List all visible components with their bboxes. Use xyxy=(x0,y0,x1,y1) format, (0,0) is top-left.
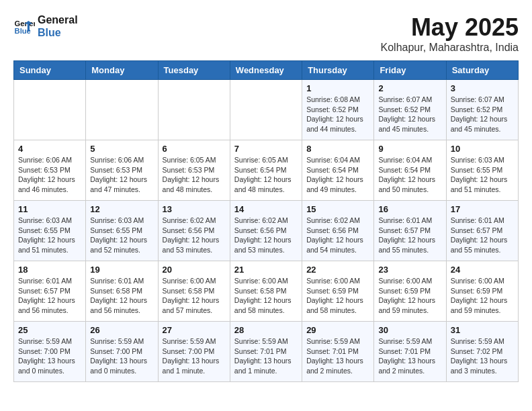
day-cell: 10Sunrise: 6:03 AM Sunset: 6:55 PM Dayli… xyxy=(446,140,518,201)
header-cell-saturday: Saturday xyxy=(446,61,518,80)
day-number: 5 xyxy=(90,144,153,154)
calendar-subtitle: Kolhapur, Maharashtra, India xyxy=(381,42,519,54)
header-cell-wednesday: Wednesday xyxy=(230,61,302,80)
day-cell: 3Sunrise: 6:07 AM Sunset: 6:52 PM Daylig… xyxy=(446,80,518,140)
day-number: 13 xyxy=(163,204,226,214)
day-number: 23 xyxy=(378,265,441,275)
day-cell: 15Sunrise: 6:02 AM Sunset: 6:56 PM Dayli… xyxy=(302,201,374,261)
day-number: 16 xyxy=(378,204,441,214)
header-cell-thursday: Thursday xyxy=(302,61,374,80)
day-number: 17 xyxy=(451,204,514,214)
day-cell: 30Sunrise: 5:59 AM Sunset: 7:01 PM Dayli… xyxy=(374,322,446,382)
day-cell: 11Sunrise: 6:03 AM Sunset: 6:55 PM Dayli… xyxy=(14,201,86,261)
day-cell: 26Sunrise: 5:59 AM Sunset: 7:00 PM Dayli… xyxy=(86,322,158,382)
day-info: Sunrise: 6:04 AM Sunset: 6:54 PM Dayligh… xyxy=(378,155,441,195)
header-cell-tuesday: Tuesday xyxy=(158,61,230,80)
day-number: 21 xyxy=(234,265,298,275)
day-info: Sunrise: 6:02 AM Sunset: 6:56 PM Dayligh… xyxy=(234,216,298,255)
day-number: 19 xyxy=(90,265,153,275)
day-number: 11 xyxy=(18,204,81,214)
day-cell: 31Sunrise: 5:59 AM Sunset: 7:02 PM Dayli… xyxy=(446,322,518,382)
day-info: Sunrise: 6:00 AM Sunset: 6:58 PM Dayligh… xyxy=(234,276,298,316)
day-info: Sunrise: 5:59 AM Sunset: 7:01 PM Dayligh… xyxy=(378,336,441,376)
logo-icon: General Blue xyxy=(13,15,35,37)
day-number: 20 xyxy=(163,265,226,275)
day-cell xyxy=(86,80,158,140)
day-info: Sunrise: 5:59 AM Sunset: 7:01 PM Dayligh… xyxy=(234,336,298,376)
day-info: Sunrise: 6:00 AM Sunset: 6:59 PM Dayligh… xyxy=(378,276,441,316)
day-number: 24 xyxy=(451,265,514,275)
day-cell: 24Sunrise: 6:00 AM Sunset: 6:59 PM Dayli… xyxy=(446,261,518,322)
day-info: Sunrise: 6:00 AM Sunset: 6:59 PM Dayligh… xyxy=(306,276,369,316)
day-number: 18 xyxy=(18,265,81,275)
calendar-table: SundayMondayTuesdayWednesdayThursdayFrid… xyxy=(13,60,519,382)
day-number: 6 xyxy=(163,144,226,154)
week-row-1: 1Sunrise: 6:08 AM Sunset: 6:52 PM Daylig… xyxy=(14,80,519,140)
day-number: 7 xyxy=(234,144,298,154)
logo-line1: General xyxy=(38,13,78,26)
header-cell-sunday: Sunday xyxy=(14,61,86,80)
day-info: Sunrise: 6:01 AM Sunset: 6:58 PM Dayligh… xyxy=(90,276,153,316)
day-info: Sunrise: 5:59 AM Sunset: 7:00 PM Dayligh… xyxy=(90,336,153,376)
day-info: Sunrise: 6:01 AM Sunset: 6:57 PM Dayligh… xyxy=(451,216,514,255)
day-number: 1 xyxy=(306,83,369,93)
day-cell: 2Sunrise: 6:07 AM Sunset: 6:52 PM Daylig… xyxy=(374,80,446,140)
day-cell xyxy=(14,80,86,140)
day-cell: 17Sunrise: 6:01 AM Sunset: 6:57 PM Dayli… xyxy=(446,201,518,261)
day-number: 22 xyxy=(306,265,369,275)
day-number: 31 xyxy=(451,325,514,335)
day-cell: 6Sunrise: 6:05 AM Sunset: 6:53 PM Daylig… xyxy=(158,140,230,201)
day-number: 8 xyxy=(306,144,369,154)
day-cell: 21Sunrise: 6:00 AM Sunset: 6:58 PM Dayli… xyxy=(230,261,302,322)
calendar-title: May 2025 xyxy=(381,13,519,42)
day-number: 14 xyxy=(234,204,298,214)
day-info: Sunrise: 6:03 AM Sunset: 6:55 PM Dayligh… xyxy=(18,216,81,255)
day-cell: 9Sunrise: 6:04 AM Sunset: 6:54 PM Daylig… xyxy=(374,140,446,201)
day-number: 15 xyxy=(306,204,369,214)
day-info: Sunrise: 6:02 AM Sunset: 6:56 PM Dayligh… xyxy=(306,216,369,255)
day-info: Sunrise: 6:02 AM Sunset: 6:56 PM Dayligh… xyxy=(163,216,226,255)
day-info: Sunrise: 6:08 AM Sunset: 6:52 PM Dayligh… xyxy=(306,95,369,134)
day-number: 3 xyxy=(451,83,514,93)
day-cell: 25Sunrise: 5:59 AM Sunset: 7:00 PM Dayli… xyxy=(14,322,86,382)
day-number: 25 xyxy=(18,325,81,335)
day-info: Sunrise: 6:04 AM Sunset: 6:54 PM Dayligh… xyxy=(306,155,369,195)
day-cell: 7Sunrise: 6:05 AM Sunset: 6:54 PM Daylig… xyxy=(230,140,302,201)
day-cell xyxy=(230,80,302,140)
day-info: Sunrise: 6:00 AM Sunset: 6:58 PM Dayligh… xyxy=(163,276,226,316)
day-cell: 18Sunrise: 6:01 AM Sunset: 6:57 PM Dayli… xyxy=(14,261,86,322)
day-cell: 1Sunrise: 6:08 AM Sunset: 6:52 PM Daylig… xyxy=(302,80,374,140)
week-row-4: 18Sunrise: 6:01 AM Sunset: 6:57 PM Dayli… xyxy=(14,261,519,322)
header: General Blue General Blue May 2025 Kolha… xyxy=(13,13,519,54)
title-area: May 2025 Kolhapur, Maharashtra, India xyxy=(381,13,519,54)
day-number: 30 xyxy=(378,325,441,335)
day-cell xyxy=(158,80,230,140)
day-number: 26 xyxy=(90,325,153,335)
day-cell: 8Sunrise: 6:04 AM Sunset: 6:54 PM Daylig… xyxy=(302,140,374,201)
header-row: SundayMondayTuesdayWednesdayThursdayFrid… xyxy=(14,61,519,80)
calendar-body: 1Sunrise: 6:08 AM Sunset: 6:52 PM Daylig… xyxy=(14,80,519,382)
day-number: 12 xyxy=(90,204,153,214)
day-number: 27 xyxy=(163,325,226,335)
day-number: 29 xyxy=(306,325,369,335)
header-cell-monday: Monday xyxy=(86,61,158,80)
logo-line2: Blue xyxy=(38,26,78,39)
day-info: Sunrise: 6:07 AM Sunset: 6:52 PM Dayligh… xyxy=(451,95,514,134)
day-info: Sunrise: 6:03 AM Sunset: 6:55 PM Dayligh… xyxy=(90,216,153,255)
day-info: Sunrise: 6:03 AM Sunset: 6:55 PM Dayligh… xyxy=(451,155,514,195)
day-info: Sunrise: 6:01 AM Sunset: 6:57 PM Dayligh… xyxy=(378,216,441,255)
calendar-header: SundayMondayTuesdayWednesdayThursdayFrid… xyxy=(14,61,519,80)
day-info: Sunrise: 5:59 AM Sunset: 7:00 PM Dayligh… xyxy=(163,336,226,376)
day-cell: 23Sunrise: 6:00 AM Sunset: 6:59 PM Dayli… xyxy=(374,261,446,322)
day-info: Sunrise: 6:05 AM Sunset: 6:53 PM Dayligh… xyxy=(163,155,226,195)
day-cell: 29Sunrise: 5:59 AM Sunset: 7:01 PM Dayli… xyxy=(302,322,374,382)
day-info: Sunrise: 6:07 AM Sunset: 6:52 PM Dayligh… xyxy=(378,95,441,134)
week-row-5: 25Sunrise: 5:59 AM Sunset: 7:00 PM Dayli… xyxy=(14,322,519,382)
day-number: 2 xyxy=(378,83,441,93)
day-number: 4 xyxy=(18,144,81,154)
day-cell: 13Sunrise: 6:02 AM Sunset: 6:56 PM Dayli… xyxy=(158,201,230,261)
day-info: Sunrise: 6:01 AM Sunset: 6:57 PM Dayligh… xyxy=(18,276,81,316)
day-cell: 22Sunrise: 6:00 AM Sunset: 6:59 PM Dayli… xyxy=(302,261,374,322)
day-info: Sunrise: 6:06 AM Sunset: 6:53 PM Dayligh… xyxy=(90,155,153,195)
day-cell: 16Sunrise: 6:01 AM Sunset: 6:57 PM Dayli… xyxy=(374,201,446,261)
